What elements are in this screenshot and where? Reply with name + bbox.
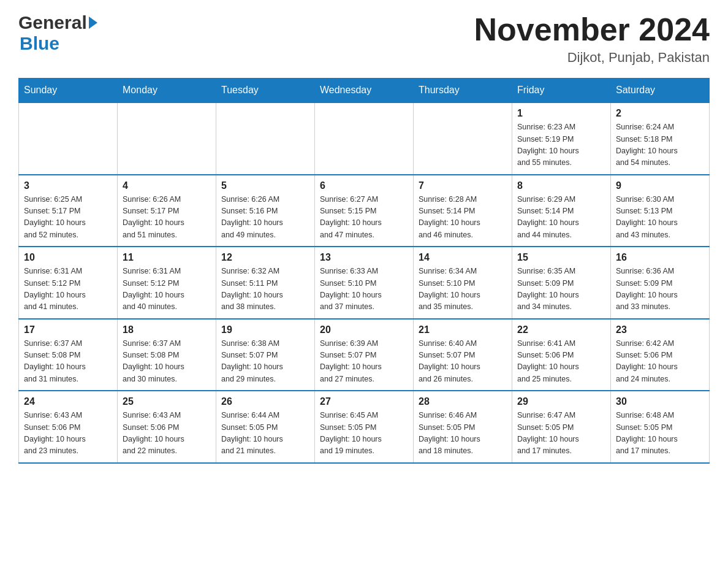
calendar-week-3: 10Sunrise: 6:31 AM Sunset: 5:12 PM Dayli… bbox=[19, 247, 710, 319]
day-number: 12 bbox=[221, 252, 309, 263]
calendar-cell: 29Sunrise: 6:47 AM Sunset: 5:05 PM Dayli… bbox=[512, 391, 611, 463]
day-info: Sunrise: 6:35 AM Sunset: 5:09 PM Dayligh… bbox=[517, 266, 605, 313]
day-info: Sunrise: 6:39 AM Sunset: 5:07 PM Dayligh… bbox=[320, 338, 408, 386]
day-info: Sunrise: 6:43 AM Sunset: 5:06 PM Dayligh… bbox=[24, 410, 112, 458]
day-number: 6 bbox=[320, 180, 408, 191]
day-number: 3 bbox=[24, 180, 112, 191]
calendar-header-row: SundayMondayTuesdayWednesdayThursdayFrid… bbox=[19, 79, 710, 103]
calendar-cell: 11Sunrise: 6:31 AM Sunset: 5:12 PM Dayli… bbox=[118, 247, 216, 319]
day-info: Sunrise: 6:38 AM Sunset: 5:07 PM Dayligh… bbox=[221, 338, 309, 386]
day-number: 27 bbox=[320, 396, 408, 407]
weekday-header-wednesday: Wednesday bbox=[315, 79, 414, 103]
calendar-cell bbox=[216, 102, 315, 175]
day-info: Sunrise: 6:45 AM Sunset: 5:05 PM Dayligh… bbox=[320, 410, 408, 458]
calendar-cell: 3Sunrise: 6:25 AM Sunset: 5:17 PM Daylig… bbox=[19, 175, 118, 247]
day-info: Sunrise: 6:47 AM Sunset: 5:05 PM Dayligh… bbox=[517, 410, 605, 458]
day-number: 29 bbox=[517, 396, 605, 407]
logo: General Blue bbox=[18, 12, 97, 54]
day-info: Sunrise: 6:41 AM Sunset: 5:06 PM Dayligh… bbox=[517, 338, 605, 386]
day-number: 8 bbox=[517, 180, 605, 191]
title-section: November 2024 Dijkot, Punjab, Pakistan bbox=[474, 12, 710, 66]
logo-general-text: General bbox=[18, 12, 87, 33]
day-number: 22 bbox=[517, 324, 605, 335]
calendar-week-2: 3Sunrise: 6:25 AM Sunset: 5:17 PM Daylig… bbox=[19, 175, 710, 247]
day-number: 5 bbox=[221, 180, 309, 191]
calendar-cell: 16Sunrise: 6:36 AM Sunset: 5:09 PM Dayli… bbox=[611, 247, 710, 319]
day-number: 11 bbox=[123, 252, 211, 263]
calendar-cell bbox=[315, 102, 414, 175]
calendar-week-4: 17Sunrise: 6:37 AM Sunset: 5:08 PM Dayli… bbox=[19, 319, 710, 391]
day-info: Sunrise: 6:30 AM Sunset: 5:13 PM Dayligh… bbox=[616, 194, 704, 242]
day-info: Sunrise: 6:36 AM Sunset: 5:09 PM Dayligh… bbox=[616, 266, 704, 313]
day-info: Sunrise: 6:43 AM Sunset: 5:06 PM Dayligh… bbox=[123, 410, 211, 458]
calendar-cell: 27Sunrise: 6:45 AM Sunset: 5:05 PM Dayli… bbox=[315, 391, 414, 463]
calendar-cell: 4Sunrise: 6:26 AM Sunset: 5:17 PM Daylig… bbox=[118, 175, 216, 247]
day-info: Sunrise: 6:32 AM Sunset: 5:11 PM Dayligh… bbox=[221, 266, 309, 313]
calendar-cell: 5Sunrise: 6:26 AM Sunset: 5:16 PM Daylig… bbox=[216, 175, 315, 247]
day-info: Sunrise: 6:31 AM Sunset: 5:12 PM Dayligh… bbox=[123, 266, 211, 313]
weekday-header-sunday: Sunday bbox=[19, 79, 118, 103]
calendar-cell: 25Sunrise: 6:43 AM Sunset: 5:06 PM Dayli… bbox=[118, 391, 216, 463]
day-number: 24 bbox=[24, 396, 112, 407]
calendar-cell: 28Sunrise: 6:46 AM Sunset: 5:05 PM Dayli… bbox=[414, 391, 512, 463]
day-info: Sunrise: 6:33 AM Sunset: 5:10 PM Dayligh… bbox=[320, 266, 408, 313]
calendar-cell: 14Sunrise: 6:34 AM Sunset: 5:10 PM Dayli… bbox=[414, 247, 512, 319]
day-number: 23 bbox=[616, 324, 704, 335]
calendar-cell: 9Sunrise: 6:30 AM Sunset: 5:13 PM Daylig… bbox=[611, 175, 710, 247]
calendar-cell: 7Sunrise: 6:28 AM Sunset: 5:14 PM Daylig… bbox=[414, 175, 512, 247]
calendar-cell: 15Sunrise: 6:35 AM Sunset: 5:09 PM Dayli… bbox=[512, 247, 611, 319]
calendar-cell: 20Sunrise: 6:39 AM Sunset: 5:07 PM Dayli… bbox=[315, 319, 414, 391]
day-info: Sunrise: 6:29 AM Sunset: 5:14 PM Dayligh… bbox=[517, 194, 605, 242]
day-number: 19 bbox=[221, 324, 309, 335]
calendar-week-1: 1Sunrise: 6:23 AM Sunset: 5:19 PM Daylig… bbox=[19, 102, 710, 175]
calendar-cell: 24Sunrise: 6:43 AM Sunset: 5:06 PM Dayli… bbox=[19, 391, 118, 463]
day-number: 16 bbox=[616, 252, 704, 263]
calendar-cell: 19Sunrise: 6:38 AM Sunset: 5:07 PM Dayli… bbox=[216, 319, 315, 391]
day-number: 7 bbox=[419, 180, 507, 191]
day-info: Sunrise: 6:40 AM Sunset: 5:07 PM Dayligh… bbox=[419, 338, 507, 386]
day-info: Sunrise: 6:31 AM Sunset: 5:12 PM Dayligh… bbox=[24, 266, 112, 313]
day-number: 17 bbox=[24, 324, 112, 335]
day-info: Sunrise: 6:26 AM Sunset: 5:16 PM Dayligh… bbox=[221, 194, 309, 242]
day-info: Sunrise: 6:42 AM Sunset: 5:06 PM Dayligh… bbox=[616, 338, 704, 386]
location-text: Dijkot, Punjab, Pakistan bbox=[474, 50, 710, 66]
day-number: 21 bbox=[419, 324, 507, 335]
logo-blue-text: Blue bbox=[20, 33, 59, 53]
day-number: 13 bbox=[320, 252, 408, 263]
weekday-header-monday: Monday bbox=[118, 79, 216, 103]
weekday-header-saturday: Saturday bbox=[611, 79, 710, 103]
calendar-cell: 30Sunrise: 6:48 AM Sunset: 5:05 PM Dayli… bbox=[611, 391, 710, 463]
calendar-cell: 23Sunrise: 6:42 AM Sunset: 5:06 PM Dayli… bbox=[611, 319, 710, 391]
calendar-cell: 17Sunrise: 6:37 AM Sunset: 5:08 PM Dayli… bbox=[19, 319, 118, 391]
calendar-cell: 6Sunrise: 6:27 AM Sunset: 5:15 PM Daylig… bbox=[315, 175, 414, 247]
day-info: Sunrise: 6:37 AM Sunset: 5:08 PM Dayligh… bbox=[123, 338, 211, 386]
day-number: 26 bbox=[221, 396, 309, 407]
day-number: 25 bbox=[123, 396, 211, 407]
day-info: Sunrise: 6:37 AM Sunset: 5:08 PM Dayligh… bbox=[24, 338, 112, 386]
day-number: 14 bbox=[419, 252, 507, 263]
calendar-cell: 2Sunrise: 6:24 AM Sunset: 5:18 PM Daylig… bbox=[611, 102, 710, 175]
calendar-table: SundayMondayTuesdayWednesdayThursdayFrid… bbox=[18, 78, 710, 464]
day-number: 28 bbox=[419, 396, 507, 407]
day-info: Sunrise: 6:23 AM Sunset: 5:19 PM Dayligh… bbox=[517, 121, 605, 169]
day-number: 10 bbox=[24, 252, 112, 263]
calendar-cell: 10Sunrise: 6:31 AM Sunset: 5:12 PM Dayli… bbox=[19, 247, 118, 319]
day-info: Sunrise: 6:26 AM Sunset: 5:17 PM Dayligh… bbox=[123, 194, 211, 242]
month-title: November 2024 bbox=[474, 12, 710, 47]
calendar-cell bbox=[414, 102, 512, 175]
day-number: 20 bbox=[320, 324, 408, 335]
logo-arrow-icon bbox=[89, 17, 97, 29]
weekday-header-thursday: Thursday bbox=[414, 79, 512, 103]
day-info: Sunrise: 6:24 AM Sunset: 5:18 PM Dayligh… bbox=[616, 121, 704, 169]
day-number: 1 bbox=[517, 108, 605, 119]
calendar-cell: 8Sunrise: 6:29 AM Sunset: 5:14 PM Daylig… bbox=[512, 175, 611, 247]
calendar-cell: 13Sunrise: 6:33 AM Sunset: 5:10 PM Dayli… bbox=[315, 247, 414, 319]
weekday-header-tuesday: Tuesday bbox=[216, 79, 315, 103]
weekday-header-friday: Friday bbox=[512, 79, 611, 103]
day-number: 15 bbox=[517, 252, 605, 263]
calendar-cell bbox=[19, 102, 118, 175]
day-info: Sunrise: 6:28 AM Sunset: 5:14 PM Dayligh… bbox=[419, 194, 507, 242]
calendar-week-5: 24Sunrise: 6:43 AM Sunset: 5:06 PM Dayli… bbox=[19, 391, 710, 463]
day-info: Sunrise: 6:34 AM Sunset: 5:10 PM Dayligh… bbox=[419, 266, 507, 313]
day-info: Sunrise: 6:27 AM Sunset: 5:15 PM Dayligh… bbox=[320, 194, 408, 242]
